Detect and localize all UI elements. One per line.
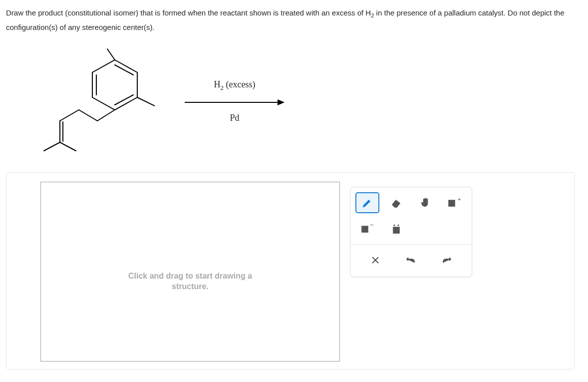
charge-plus-button[interactable]: + — [442, 192, 466, 213]
svg-point-19 — [393, 225, 395, 226]
svg-point-20 — [397, 225, 399, 226]
redo-icon — [442, 256, 452, 265]
lone-pair-icon — [390, 223, 402, 234]
drawing-canvas[interactable]: Click and drag to start drawing a struct… — [40, 182, 340, 362]
hand-icon — [420, 197, 431, 208]
reactant-structure — [35, 45, 155, 157]
clear-button[interactable] — [363, 250, 387, 271]
undo-button[interactable] — [399, 250, 423, 271]
erase-tool-button[interactable] — [384, 192, 408, 213]
svg-rect-15 — [449, 200, 455, 206]
eraser-icon — [390, 198, 402, 208]
pencil-icon — [362, 197, 373, 208]
svg-line-7 — [79, 110, 97, 121]
reagent-top-label: H2 (excess) — [214, 79, 256, 92]
svg-line-12 — [60, 142, 76, 151]
svg-line-4 — [107, 49, 115, 60]
draw-tool-button[interactable] — [355, 192, 379, 213]
svg-marker-0 — [92, 60, 137, 110]
reaction-scheme: H2 (excess) Pd — [35, 45, 582, 157]
svg-rect-21 — [393, 227, 399, 233]
charge-plus-icon: + — [448, 197, 461, 208]
svg-text:+: + — [458, 197, 461, 202]
lone-pair-button[interactable] — [384, 218, 408, 239]
charge-minus-button[interactable]: − — [355, 218, 379, 239]
catalyst-label: Pd — [230, 113, 239, 123]
svg-line-1 — [115, 65, 133, 75]
svg-text:−: − — [370, 223, 374, 229]
reaction-arrow-icon — [185, 99, 285, 106]
svg-line-8 — [60, 110, 79, 121]
problem-pre: Draw the product (constitutional isomer)… — [6, 8, 371, 17]
svg-line-2 — [115, 95, 133, 105]
redo-button[interactable] — [435, 250, 459, 271]
charge-minus-icon: − — [361, 223, 374, 234]
svg-line-6 — [97, 110, 115, 121]
close-icon — [371, 256, 379, 264]
canvas-placeholder: Click and drag to start drawing a struct… — [128, 271, 252, 292]
svg-marker-14 — [278, 99, 285, 105]
svg-line-11 — [44, 142, 60, 151]
move-tool-button[interactable] — [413, 192, 437, 213]
problem-text: Draw the product (constitutional isomer)… — [6, 6, 582, 34]
svg-line-5 — [137, 97, 155, 106]
svg-rect-17 — [362, 226, 368, 232]
tool-palette: + − — [350, 187, 472, 277]
editor-panel: Click and drag to start drawing a struct… — [6, 172, 575, 370]
reaction-arrow-group: H2 (excess) Pd — [185, 79, 285, 123]
undo-icon — [406, 256, 416, 265]
